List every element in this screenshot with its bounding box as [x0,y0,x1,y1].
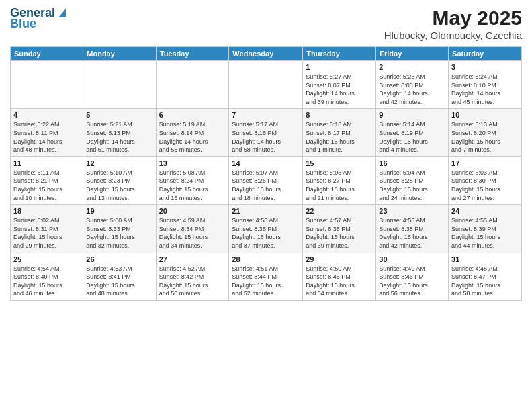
day-number: 2 [379,63,445,71]
day-cell: 9Sunrise: 5:14 AM Sunset: 8:19 PM Daylig… [376,109,449,156]
day-info: Sunrise: 5:05 AM Sunset: 8:27 PM Dayligh… [306,169,373,202]
day-number: 14 [232,159,300,167]
day-info: Sunrise: 5:11 AM Sunset: 8:21 PM Dayligh… [13,169,80,202]
day-info: Sunrise: 4:58 AM Sunset: 8:35 PM Dayligh… [232,216,300,250]
day-info: Sunrise: 4:56 AM Sunset: 8:38 PM Dayligh… [379,216,445,250]
week-row-1: 1Sunrise: 5:27 AM Sunset: 8:07 PM Daylig… [11,61,522,109]
day-info: Sunrise: 5:14 AM Sunset: 8:19 PM Dayligh… [379,120,445,154]
day-cell: 20Sunrise: 4:59 AM Sunset: 8:34 PM Dayli… [156,205,229,253]
day-cell: 12Sunrise: 5:10 AM Sunset: 8:23 PM Dayli… [83,156,156,204]
day-cell: 6Sunrise: 5:19 AM Sunset: 8:14 PM Daylig… [156,109,229,156]
day-number: 30 [379,255,445,263]
col-header-tuesday: Tuesday [156,47,229,61]
day-number: 5 [86,111,152,119]
main-title: May 2025 [384,7,522,30]
day-number: 1 [306,63,373,71]
day-number: 11 [13,159,80,167]
col-header-saturday: Saturday [449,47,522,61]
day-info: Sunrise: 5:26 AM Sunset: 8:08 PM Dayligh… [379,73,445,106]
day-cell: 2Sunrise: 5:26 AM Sunset: 8:08 PM Daylig… [376,61,449,109]
day-info: Sunrise: 4:53 AM Sunset: 8:41 PM Dayligh… [86,265,152,298]
logo: General Blue [10,7,69,31]
day-number: 9 [379,111,445,119]
week-row-4: 18Sunrise: 5:02 AM Sunset: 8:31 PM Dayli… [11,205,522,253]
day-info: Sunrise: 5:08 AM Sunset: 8:24 PM Dayligh… [159,169,226,202]
week-row-3: 11Sunrise: 5:11 AM Sunset: 8:21 PM Dayli… [11,156,522,204]
day-number: 21 [232,207,300,215]
day-info: Sunrise: 4:52 AM Sunset: 8:42 PM Dayligh… [159,265,226,298]
day-number: 3 [451,63,519,71]
day-number: 12 [86,159,152,167]
day-number: 8 [306,111,373,119]
day-cell: 21Sunrise: 4:58 AM Sunset: 8:35 PM Dayli… [229,205,303,253]
day-cell: 23Sunrise: 4:56 AM Sunset: 8:38 PM Dayli… [376,205,449,253]
day-number: 20 [159,207,226,215]
day-number: 16 [379,159,445,167]
page: General Blue May 2025 Hlubocky, Olomouck… [0,0,532,411]
day-info: Sunrise: 4:54 AM Sunset: 8:40 PM Dayligh… [13,265,80,298]
calendar-table: SundayMondayTuesdayWednesdayThursdayFrid… [10,46,522,301]
day-number: 15 [306,159,373,167]
day-number: 31 [451,255,519,263]
day-info: Sunrise: 5:04 AM Sunset: 8:28 PM Dayligh… [379,169,445,202]
day-cell: 24Sunrise: 4:55 AM Sunset: 8:39 PM Dayli… [449,205,522,253]
day-cell: 10Sunrise: 5:13 AM Sunset: 8:20 PM Dayli… [449,109,522,156]
day-info: Sunrise: 4:51 AM Sunset: 8:44 PM Dayligh… [232,265,300,298]
day-number: 7 [232,111,300,119]
day-info: Sunrise: 5:03 AM Sunset: 8:30 PM Dayligh… [451,169,519,202]
day-number: 29 [306,255,373,263]
day-cell: 29Sunrise: 4:50 AM Sunset: 8:45 PM Dayli… [303,253,376,300]
col-header-thursday: Thursday [303,47,376,61]
day-number: 4 [13,111,80,119]
day-number: 13 [159,159,226,167]
day-info: Sunrise: 5:07 AM Sunset: 8:26 PM Dayligh… [232,169,300,202]
day-cell: 1Sunrise: 5:27 AM Sunset: 8:07 PM Daylig… [303,61,376,109]
week-row-2: 4Sunrise: 5:22 AM Sunset: 8:11 PM Daylig… [11,109,522,156]
day-info: Sunrise: 5:16 AM Sunset: 8:17 PM Dayligh… [306,120,373,154]
logo-icon [56,6,69,18]
day-number: 19 [86,207,152,215]
day-number: 22 [306,207,373,215]
day-info: Sunrise: 5:00 AM Sunset: 8:33 PM Dayligh… [86,216,152,250]
day-info: Sunrise: 5:27 AM Sunset: 8:07 PM Dayligh… [306,73,373,106]
day-cell: 16Sunrise: 5:04 AM Sunset: 8:28 PM Dayli… [376,156,449,204]
day-info: Sunrise: 4:55 AM Sunset: 8:39 PM Dayligh… [451,216,519,250]
day-info: Sunrise: 5:21 AM Sunset: 8:13 PM Dayligh… [86,120,152,154]
day-cell: 4Sunrise: 5:22 AM Sunset: 8:11 PM Daylig… [11,109,83,156]
day-info: Sunrise: 5:02 AM Sunset: 8:31 PM Dayligh… [13,216,80,250]
day-info: Sunrise: 5:24 AM Sunset: 8:10 PM Dayligh… [451,73,519,106]
day-cell: 8Sunrise: 5:16 AM Sunset: 8:17 PM Daylig… [303,109,376,156]
day-cell: 31Sunrise: 4:48 AM Sunset: 8:47 PM Dayli… [449,253,522,300]
day-number: 6 [159,111,226,119]
day-cell: 25Sunrise: 4:54 AM Sunset: 8:40 PM Dayli… [11,253,83,300]
day-cell: 18Sunrise: 5:02 AM Sunset: 8:31 PM Dayli… [11,205,83,253]
col-header-sunday: Sunday [11,47,83,61]
day-info: Sunrise: 5:10 AM Sunset: 8:23 PM Dayligh… [86,169,152,202]
col-header-friday: Friday [376,47,449,61]
day-cell: 14Sunrise: 5:07 AM Sunset: 8:26 PM Dayli… [229,156,303,204]
subtitle: Hlubocky, Olomoucky, Czechia [384,30,522,41]
day-cell: 13Sunrise: 5:08 AM Sunset: 8:24 PM Dayli… [156,156,229,204]
svg-marker-0 [59,9,66,17]
day-info: Sunrise: 5:22 AM Sunset: 8:11 PM Dayligh… [13,120,80,154]
day-info: Sunrise: 4:59 AM Sunset: 8:34 PM Dayligh… [159,216,226,250]
day-cell [11,61,83,109]
day-number: 18 [13,207,80,215]
day-info: Sunrise: 5:17 AM Sunset: 8:16 PM Dayligh… [232,120,300,154]
day-info: Sunrise: 5:13 AM Sunset: 8:20 PM Dayligh… [451,120,519,154]
day-info: Sunrise: 4:50 AM Sunset: 8:45 PM Dayligh… [306,265,373,298]
day-cell [156,61,229,109]
logo-text-blue: Blue [10,17,36,31]
day-cell: 27Sunrise: 4:52 AM Sunset: 8:42 PM Dayli… [156,253,229,300]
day-info: Sunrise: 4:57 AM Sunset: 8:36 PM Dayligh… [306,216,373,250]
col-header-wednesday: Wednesday [229,47,303,61]
day-cell: 17Sunrise: 5:03 AM Sunset: 8:30 PM Dayli… [449,156,522,204]
day-number: 24 [451,207,519,215]
day-cell [229,61,303,109]
day-number: 26 [86,255,152,263]
day-cell: 22Sunrise: 4:57 AM Sunset: 8:36 PM Dayli… [303,205,376,253]
col-header-monday: Monday [83,47,156,61]
day-cell: 15Sunrise: 5:05 AM Sunset: 8:27 PM Dayli… [303,156,376,204]
title-block: May 2025 Hlubocky, Olomoucky, Czechia [384,7,522,41]
day-number: 28 [232,255,300,263]
